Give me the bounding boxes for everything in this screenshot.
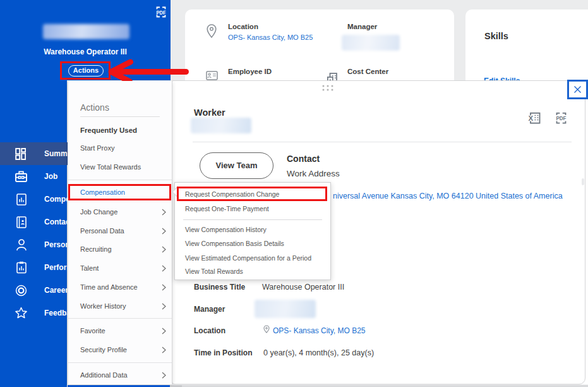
- svg-text:PDF: PDF: [556, 114, 567, 121]
- svg-text:PDF: PDF: [157, 9, 166, 16]
- svg-text:X: X: [529, 114, 534, 122]
